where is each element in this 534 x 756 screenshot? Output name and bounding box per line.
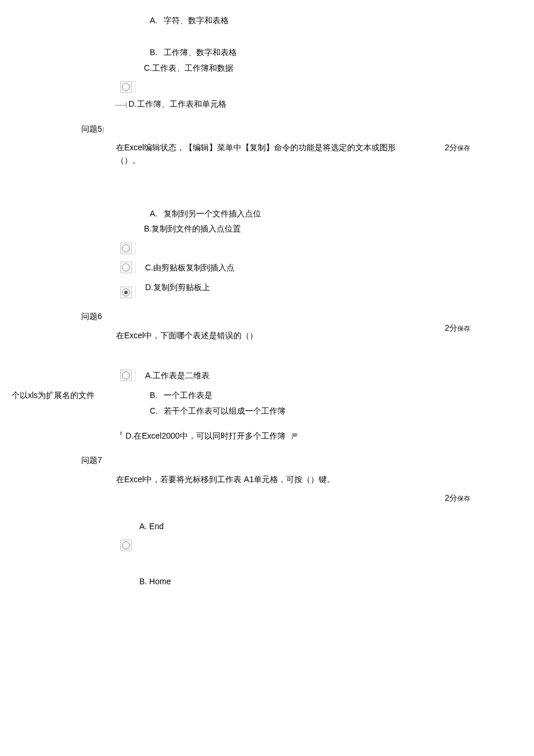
radio-button[interactable] [120, 81, 132, 93]
q6-score: 2分保存 [445, 321, 470, 334]
q6-side-text: 个以xls为扩展名的文件 [12, 389, 95, 401]
dash-lead-icon: ——| [115, 102, 127, 108]
radio-trail-icon [132, 262, 136, 273]
q7-radio-a-area [120, 540, 528, 551]
q4-option-c: C.工作表、工作簿和数据 [144, 62, 528, 74]
option-text: 若干个工作表可以组成一个工作簿 [164, 406, 286, 415]
option-text: C.工作表、工作簿和数据 [144, 63, 233, 73]
q4-option-b: B. 工作簿、数字和表格 [150, 46, 528, 59]
option-text: 字符、数字和表格 [164, 16, 229, 25]
q5-option-a: A. 复制到另一个文件插入点位 [150, 207, 528, 220]
q5-option-d: D.复制到剪贴板上 [120, 281, 528, 298]
q7-label: 问题7 [81, 454, 528, 466]
score-value: 2分 [445, 323, 457, 332]
q5-label: 问题5 [81, 122, 528, 135]
document-body: A. 字符、数字和表格 B. 工作簿、数字和表格 C.工作表、工作簿和数据 ——… [6, 14, 528, 588]
q6-text: 在Excel中，下面哪个表述是错误的（） [116, 329, 406, 342]
save-label: 保存 [457, 144, 470, 151]
option-letter: C. [150, 404, 161, 417]
option-letter: A. [150, 14, 161, 27]
score-value: 2分 [445, 143, 457, 152]
trail-mark-icon: 严 [291, 433, 298, 440]
radio-trail-icon [132, 287, 136, 298]
option-text: 一个工作表是 [164, 390, 212, 400]
q5-score: 2分保存 [445, 141, 470, 154]
option-text: A.工作表是二维表 [145, 369, 210, 382]
radio-button[interactable] [120, 243, 132, 254]
q7-score: 2分保存 [445, 491, 470, 504]
q5-text: 在Excel编辑状态，【编辑】菜单中【复制】命令的功能是将选定的文本或图形（）。 [116, 141, 406, 167]
option-text: 复制到另一个文件插入点位 [164, 209, 261, 218]
q7-option-a: A. End [139, 520, 528, 533]
q6-option-c: C. 若干个工作表可以组成一个工作簿 [150, 404, 528, 417]
option-text: 工作簿、数字和表格 [164, 48, 237, 57]
q5-radio-b-area [120, 243, 528, 254]
q6-option-a: A.工作表是二维表 [120, 369, 528, 382]
score-value: 2分 [445, 493, 457, 502]
q7-text: 在Excel中，若要将光标移到工作表 A1单元格，可按（）键。 [116, 473, 406, 486]
option-text: D.工作簿、工作表和单元格 [129, 99, 226, 108]
option-text: B. Home [139, 577, 171, 586]
radio-trail-icon [132, 243, 136, 254]
q7-option-b: B. Home [139, 575, 528, 588]
q4-option-a: A. 字符、数字和表格 [150, 14, 528, 27]
radio-trail-icon [132, 81, 136, 93]
radio-trail-icon [132, 370, 136, 381]
option-text: B.复制到文件的插入点位置 [144, 224, 241, 233]
radio-button[interactable] [120, 370, 132, 381]
q6-option-d: r D.在Excel2000中，可以同时打开多个工作簿 严 [120, 429, 528, 442]
option-letter: B. [150, 389, 161, 401]
save-label: 保存 [457, 325, 470, 332]
q5-option-c: C.由剪贴板复制到插入点 [120, 261, 528, 274]
radio-button[interactable] [120, 540, 132, 551]
option-text: D.复制到剪贴板上 [145, 281, 210, 294]
q4-option-d: ——| D.工作簿、工作表和单元格 [115, 97, 528, 110]
option-text: C.由剪贴板复制到插入点 [145, 261, 234, 274]
radio-button[interactable] [120, 262, 132, 273]
option-text: D.在Excel2000中，可以同时打开多个工作簿 [125, 431, 285, 440]
q4-radio-d-area [120, 81, 528, 93]
lead-mark-icon: r [120, 430, 122, 436]
option-letter: B. [150, 46, 161, 59]
save-label: 保存 [457, 495, 470, 502]
q5-option-b: B.复制到文件的插入点位置 [144, 222, 528, 235]
q6-option-b: B. 一个工作表是 [150, 389, 528, 401]
option-letter: A. [150, 207, 161, 220]
option-text: A. End [139, 522, 164, 531]
radio-button[interactable] [120, 287, 132, 298]
